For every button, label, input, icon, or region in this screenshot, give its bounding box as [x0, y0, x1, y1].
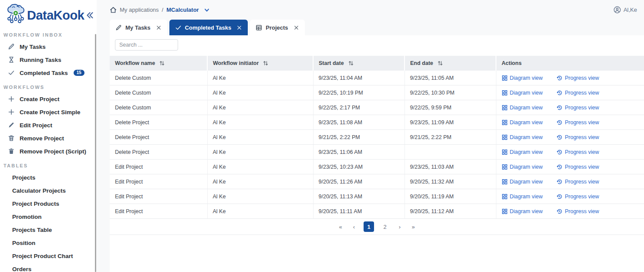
sidebar-item-label: Position	[12, 240, 35, 246]
breadcrumb-root[interactable]: My applications	[120, 7, 159, 13]
diagram-view-link[interactable]: Diagram view	[502, 208, 543, 214]
action-label: Diagram view	[510, 75, 543, 81]
close-icon[interactable]	[293, 25, 299, 31]
sort-icon[interactable]	[437, 60, 443, 66]
sidebar-item-remove-project-script[interactable]: Remove Project (Script)	[0, 145, 97, 158]
diagram-icon	[502, 75, 508, 81]
column-header-workflow-initiator: Workflow initiator	[207, 56, 313, 71]
pagination-next-button[interactable]: ›	[396, 223, 404, 231]
actions-cell: Diagram viewProgress view	[496, 85, 644, 100]
sort-icon[interactable]	[159, 60, 165, 66]
user-icon	[614, 6, 621, 14]
tab-label: My Tasks	[125, 24, 151, 31]
workflow-initiator-cell: Al Ke	[207, 130, 313, 145]
diagram-view-link[interactable]: Diagram view	[502, 149, 543, 155]
sidebar-item-running-tasks[interactable]: Running Tasks	[0, 53, 97, 66]
progress-view-link[interactable]: Progress view	[556, 105, 599, 111]
start-date-cell: 9/21/25, 2:22 PM	[313, 130, 405, 145]
workflow-initiator-cell: Al Ke	[207, 160, 313, 174]
diagram-view-link[interactable]: Diagram view	[502, 105, 543, 111]
sidebar-item-projects-table[interactable]: Projects Table	[0, 223, 97, 236]
sidebar-item-project-product-chart[interactable]: Project Product Chart	[0, 249, 97, 262]
sidebar-scrollbar[interactable]	[95, 34, 96, 272]
sidebar-item-create-project-simple[interactable]: Create Project Simple	[0, 105, 97, 119]
start-date-cell: 9/23/25, 11:06 AM	[313, 145, 405, 160]
workflow-name-cell: Delete Project	[110, 130, 207, 145]
progress-view-link[interactable]: Progress view	[556, 119, 599, 126]
chevron-down-icon[interactable]	[204, 7, 210, 13]
progress-view-link[interactable]: Progress view	[556, 164, 599, 170]
diagram-view-link[interactable]: Diagram view	[502, 179, 543, 185]
history-icon	[556, 208, 563, 214]
diagram-view-link[interactable]: Diagram view	[502, 119, 543, 126]
close-icon[interactable]	[236, 25, 242, 31]
tab-projects[interactable]: Projects	[250, 20, 304, 35]
sidebar-item-promotion[interactable]: Promotion	[0, 210, 97, 223]
pagination-first-button[interactable]: «	[337, 223, 344, 231]
progress-view-link[interactable]: Progress view	[556, 149, 599, 155]
progress-view-link[interactable]: Progress view	[556, 194, 599, 200]
column-label: End date	[410, 60, 433, 66]
close-icon[interactable]	[156, 25, 162, 31]
diagram-icon	[502, 149, 508, 155]
progress-view-link[interactable]: Progress view	[556, 75, 599, 81]
sidebar-item-edit-project[interactable]: Edit Project	[0, 119, 97, 132]
action-label: Progress view	[565, 194, 599, 200]
sidebar-collapse-icon[interactable]	[85, 11, 94, 20]
diagram-icon	[502, 105, 508, 111]
progress-view-link[interactable]: Progress view	[556, 90, 599, 96]
table-row: Delete CustomAl Ke9/22/25, 10:19 PM9/22/…	[110, 85, 644, 100]
sidebar-item-create-project[interactable]: Create Project	[0, 92, 97, 105]
sort-icon[interactable]	[348, 60, 354, 66]
search-input[interactable]	[115, 39, 178, 51]
tab-label: Projects	[266, 24, 288, 31]
workflow-initiator-cell: Al Ke	[207, 85, 313, 100]
sidebar: DataKook WORKFLOW INBOXMy TasksRunning T…	[0, 0, 97, 272]
sidebar-item-projects[interactable]: Projects	[0, 171, 97, 184]
sidebar-item-calculator-projects[interactable]: Calculator Projects	[0, 184, 97, 197]
sort-icon[interactable]	[263, 60, 269, 66]
start-date-cell: 9/23/25, 10:23 AM	[313, 160, 405, 174]
sidebar-item-orders[interactable]: Orders	[0, 262, 97, 272]
pagination-prev-button[interactable]: ‹	[350, 223, 358, 231]
tab-my-tasks[interactable]: My Tasks	[110, 20, 167, 35]
user-menu[interactable]: Al,Ke	[614, 6, 637, 14]
sidebar-item-label: My Tasks	[20, 44, 46, 50]
end-date-cell: 9/21/25, 2:22 PM	[405, 130, 496, 145]
pagination-page-2[interactable]: 2	[380, 221, 390, 232]
sidebar-item-position[interactable]: Position	[0, 236, 97, 249]
actions-cell: Diagram viewProgress view	[496, 115, 644, 130]
diagram-icon	[502, 90, 508, 96]
workflow-name-cell: Edit Project	[110, 204, 207, 219]
column-header-workflow-name: Workflow name	[110, 56, 207, 71]
brand-logo-icon	[6, 4, 25, 27]
breadcrumb-current[interactable]: MCalculator	[166, 7, 199, 13]
sidebar-item-my-tasks[interactable]: My Tasks	[0, 40, 97, 53]
pagination-last-button[interactable]: »	[409, 223, 417, 231]
diagram-view-link[interactable]: Diagram view	[502, 90, 543, 96]
history-icon	[556, 164, 563, 170]
sidebar-item-project-products[interactable]: Project Products	[0, 197, 97, 210]
diagram-view-link[interactable]: Diagram view	[502, 75, 543, 81]
history-icon	[556, 134, 563, 140]
actions-cell: Diagram viewProgress view	[496, 130, 644, 145]
sidebar-item-remove-project[interactable]: Remove Project	[0, 132, 97, 145]
workflow-name-cell: Edit Project	[110, 189, 207, 204]
progress-view-link[interactable]: Progress view	[556, 208, 599, 214]
diagram-view-link[interactable]: Diagram view	[502, 194, 543, 200]
pagination-pages: 12	[364, 221, 390, 232]
progress-view-link[interactable]: Progress view	[556, 179, 599, 185]
diagram-icon	[502, 194, 508, 200]
table-row: Edit ProjectAl Ke9/20/25, 11:13 AM9/20/2…	[110, 189, 644, 204]
actions-cell: Diagram viewProgress view	[496, 174, 644, 189]
sidebar-item-label: Calculator Projects	[12, 187, 66, 194]
pagination-page-1[interactable]: 1	[364, 221, 374, 232]
diagram-view-link[interactable]: Diagram view	[502, 134, 543, 140]
sidebar-item-completed-tasks[interactable]: Completed Tasks15	[0, 66, 97, 79]
tab-completed-tasks[interactable]: Completed Tasks	[169, 20, 248, 35]
end-date-cell: 9/20/25, 11:32 AM	[405, 174, 496, 189]
home-icon[interactable]	[110, 7, 117, 14]
progress-view-link[interactable]: Progress view	[556, 134, 599, 140]
trash-icon	[8, 135, 15, 142]
diagram-view-link[interactable]: Diagram view	[502, 164, 543, 170]
